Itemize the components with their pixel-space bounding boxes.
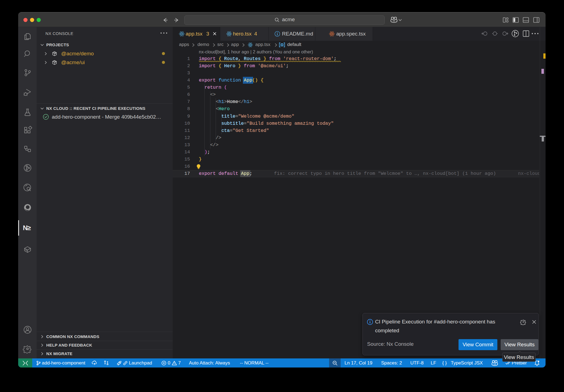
svg-text:N≥: N≥: [23, 224, 31, 232]
